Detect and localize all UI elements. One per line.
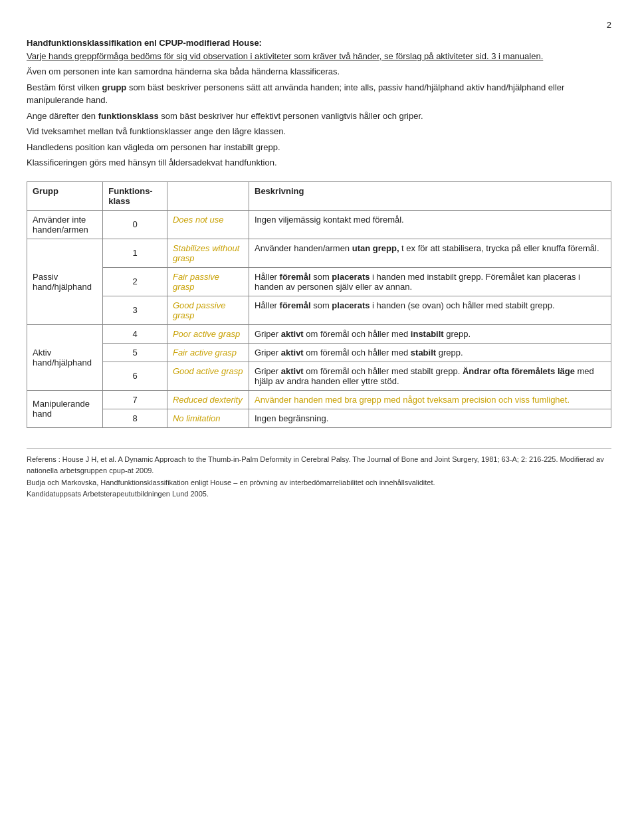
beskrivning-cell: Griper aktivt om föremål och håller med … (249, 343, 611, 362)
english-cell: No limitation (167, 409, 249, 427)
table-row: Passivhand/hjälphand1Stabilizes without … (27, 239, 611, 267)
beskrivning-cell: Håller föremål som placerats i handen me… (249, 267, 611, 296)
para2: Bestäm först vilken grupp som bäst beskr… (27, 82, 564, 106)
footer-line2: Budja och Markovska, Handfunktionsklassi… (27, 477, 611, 489)
english-cell: Good active grasp (167, 362, 249, 390)
header-section: Handfunktionsklassifikation enl CPUP-mod… (27, 37, 611, 169)
beskrivning-cell: Använder handen med bra grepp med något … (249, 390, 611, 409)
table-row: Använder intehanden/armen0Does not useIn… (27, 210, 611, 239)
para6: Klassificeringen görs med hänsyn till ål… (27, 158, 277, 167)
col-header-grupp: Grupp (27, 181, 103, 210)
english-cell: Poor active grasp (167, 324, 249, 343)
col-header-english (167, 181, 249, 210)
klass-cell: 1 (103, 239, 167, 267)
classification-table: Grupp Funktions-klass Beskrivning Använd… (27, 181, 611, 428)
english-cell: Does not use (167, 210, 249, 239)
para3: Ange därefter den funktionsklass som bäs… (27, 111, 423, 121)
english-cell: Good passive grasp (167, 296, 249, 324)
grupp-cell: Aktivhand/hjälphand (27, 324, 103, 390)
table-row: 6Good active graspGriper aktivt om förem… (27, 362, 611, 390)
table-row: 5Fair active graspGriper aktivt om förem… (27, 343, 611, 362)
table-row: 2Fair passive graspHåller föremål som pl… (27, 267, 611, 296)
grupp-cell: Passivhand/hjälphand (27, 239, 103, 324)
para1: Även om personen inte kan samordna hände… (27, 66, 340, 76)
table-row: Manipulerandehand7Reduced dexterityAnvän… (27, 390, 611, 409)
table-row: 8No limitationIngen begränsning. (27, 409, 611, 427)
beskrivning-cell: Håller föremål som placerats i handen (s… (249, 296, 611, 324)
beskrivning-cell: Griper aktivt om föremål och håller med … (249, 324, 611, 343)
klass-cell: 7 (103, 390, 167, 409)
beskrivning-cell: Ingen viljemässig kontakt med föremål. (249, 210, 611, 239)
footer: Referens : House J H, et al. A Dynamic A… (27, 448, 611, 500)
english-cell: Fair active grasp (167, 343, 249, 362)
beskrivning-cell: Ingen begränsning. (249, 409, 611, 427)
table-row: 3Good passive graspHåller föremål som pl… (27, 296, 611, 324)
para5: Handledens position kan vägleda om perso… (27, 142, 280, 152)
title-bold: Handfunktionsklassifikation enl CPUP-mod… (27, 38, 262, 48)
klass-cell: 8 (103, 409, 167, 427)
grupp-cell: Manipulerandehand (27, 390, 103, 427)
klass-cell: 5 (103, 343, 167, 362)
klass-cell: 4 (103, 324, 167, 343)
grupp-cell: Använder intehanden/armen (27, 210, 103, 239)
english-cell: Fair passive grasp (167, 267, 249, 296)
col-header-funktions: Funktions-klass (103, 181, 167, 210)
klass-cell: 2 (103, 267, 167, 296)
table-row: Aktivhand/hjälphand4Poor active graspGri… (27, 324, 611, 343)
page-number: 2 (27, 20, 611, 30)
title-subtitle: Varje hands greppförmåga bedöms för sig … (27, 51, 543, 61)
col-header-beskrivning: Beskrivning (249, 181, 611, 210)
footer-line1: Referens : House J H, et al. A Dynamic A… (27, 454, 611, 477)
english-cell: Stabilizes without grasp (167, 239, 249, 267)
beskrivning-cell: Använder handen/armen utan grepp, t ex f… (249, 239, 611, 267)
klass-cell: 3 (103, 296, 167, 324)
para4: Vid tveksamhet mellan två funktionsklass… (27, 126, 286, 136)
klass-cell: 6 (103, 362, 167, 390)
footer-line3: Kandidatuppsats Arbetsterapeututbildning… (27, 488, 611, 500)
beskrivning-cell: Griper aktivt om föremål och håller med … (249, 362, 611, 390)
english-cell: Reduced dexterity (167, 390, 249, 409)
klass-cell: 0 (103, 210, 167, 239)
